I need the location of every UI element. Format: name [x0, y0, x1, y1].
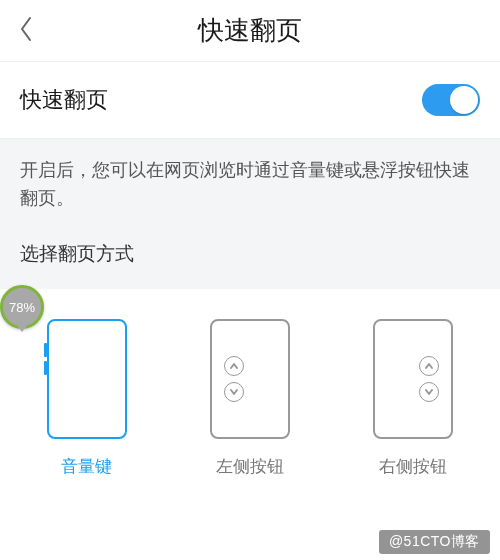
phone-icon: [210, 319, 290, 439]
description-text: 开启后，您可以在网页浏览时通过音量键或悬浮按钮快速翻页。: [20, 157, 480, 213]
choose-method-label: 选择翻页方式: [20, 241, 480, 279]
back-icon[interactable]: [18, 16, 34, 46]
description-section: 开启后，您可以在网页浏览时通过音量键或悬浮按钮快速翻页。 选择翻页方式: [0, 139, 500, 289]
option-label: 音量键: [61, 455, 112, 478]
volume-key-icon: [44, 343, 47, 357]
page-title: 快速翻页: [198, 13, 302, 48]
float-buttons-icon: [419, 356, 439, 402]
header: 快速翻页: [0, 0, 500, 62]
up-icon: [419, 356, 439, 376]
options-row: 音量键 左侧按钮 右侧按钮: [0, 289, 500, 498]
option-right-buttons[interactable]: 右侧按钮: [373, 319, 453, 478]
quick-flip-toggle[interactable]: [422, 84, 480, 116]
quick-flip-toggle-row: 快速翻页: [0, 62, 500, 139]
option-label: 右侧按钮: [379, 455, 447, 478]
phone-icon: [47, 319, 127, 439]
quick-flip-label: 快速翻页: [20, 85, 108, 115]
volume-key-icon: [44, 361, 47, 375]
down-icon: [419, 382, 439, 402]
up-icon: [224, 356, 244, 376]
option-label: 左侧按钮: [216, 455, 284, 478]
float-buttons-icon: [224, 356, 244, 402]
progress-text: 78%: [9, 300, 35, 315]
phone-icon: [373, 319, 453, 439]
option-volume-keys[interactable]: 音量键: [47, 319, 127, 478]
progress-badge: 78%: [0, 285, 44, 329]
option-left-buttons[interactable]: 左侧按钮: [210, 319, 290, 478]
watermark: @51CTO博客: [379, 530, 490, 554]
down-icon: [224, 382, 244, 402]
